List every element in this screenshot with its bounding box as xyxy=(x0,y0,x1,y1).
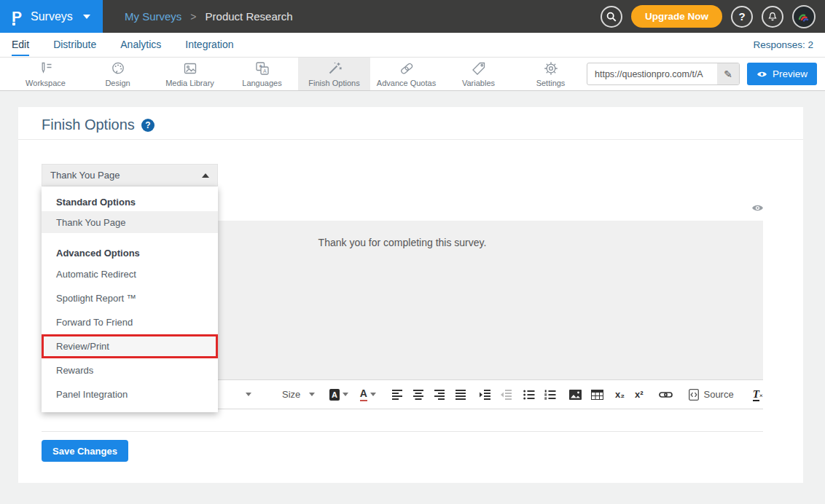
toolbar-item-languages[interactable]: ★ A Languages xyxy=(226,58,298,90)
nav-tabs: Edit Distribute Analytics Integration xyxy=(12,34,233,56)
align-center-icon[interactable] xyxy=(413,390,425,400)
edit-toolbar: Workspace Design Media Library ★ A Langu… xyxy=(0,58,825,91)
upgrade-now-button[interactable]: Upgrade Now xyxy=(631,5,722,28)
toolbar-item-label: Languages xyxy=(242,79,281,87)
dropdown-spacer xyxy=(42,233,218,243)
source-button[interactable]: Source xyxy=(689,389,733,401)
toolbar-item-advance-quotas[interactable]: Advance Quotas xyxy=(370,58,442,90)
insert-image-icon[interactable] xyxy=(569,390,582,400)
product-name: Surveys xyxy=(31,10,73,23)
languages-icon: ★ A xyxy=(254,60,270,76)
align-right-icon[interactable] xyxy=(434,390,446,400)
section-nav: Edit Distribute Analytics Integration Re… xyxy=(0,33,825,58)
finish-options-panel: Finish Options ? Thank You Page Standard… xyxy=(18,107,803,483)
source-label: Source xyxy=(703,389,733,400)
toolbar-right: ✎ Preview xyxy=(587,58,825,90)
pencil-icon: ✎ xyxy=(724,68,732,80)
bell-icon xyxy=(767,11,778,23)
toolbar-item-label: Media Library xyxy=(165,79,214,87)
finish-options-wand-icon xyxy=(327,60,343,76)
visibility-toggle[interactable] xyxy=(751,202,764,216)
size-dropdown-caret-icon[interactable] xyxy=(309,393,315,396)
edit-url-button[interactable]: ✎ xyxy=(717,63,739,84)
media-library-icon xyxy=(182,60,198,76)
help-badge-icon[interactable]: ? xyxy=(141,119,155,132)
source-doc-icon xyxy=(689,389,699,401)
select-value: Thank You Page xyxy=(50,170,202,181)
toolbar-item-label: Finish Options xyxy=(308,79,359,87)
background-color-caret-icon[interactable] xyxy=(343,393,348,396)
tab-analytics[interactable]: Analytics xyxy=(120,34,161,56)
preview-label: Preview xyxy=(773,68,808,79)
toolbar-item-variables[interactable]: Variables xyxy=(442,58,515,90)
indent-icon[interactable] xyxy=(479,390,490,400)
insert-table-icon[interactable] xyxy=(591,390,603,400)
remove-format-button[interactable]: T× xyxy=(753,388,763,401)
dropdown-group-header: Advanced Options xyxy=(42,243,218,262)
dropdown-item-panel-integration[interactable]: Panel Integration xyxy=(42,382,218,406)
dropdown-item-forward-to-friend[interactable]: Forward To Friend xyxy=(42,310,218,334)
search-button[interactable] xyxy=(601,6,622,28)
text-color-button[interactable]: A xyxy=(360,387,367,401)
toolbar-item-media-library[interactable]: Media Library xyxy=(154,58,226,90)
eye-icon xyxy=(751,203,764,213)
bulleted-list-icon[interactable] xyxy=(523,390,535,400)
superscript-button[interactable]: x² xyxy=(635,389,644,400)
background-color-button[interactable]: A xyxy=(329,389,339,401)
dropdown-group-header: Standard Options xyxy=(42,192,218,211)
breadcrumb-current: Product Research xyxy=(206,10,293,23)
toolbar-item-workspace[interactable]: Workspace xyxy=(9,58,82,90)
toolbar-item-settings[interactable]: Settings xyxy=(515,58,587,90)
dropdown-item-review-print[interactable]: Review/Print xyxy=(42,334,218,358)
user-avatar[interactable] xyxy=(792,5,816,28)
languages-a-glyph: A xyxy=(263,68,267,74)
subscript-button[interactable]: x₂ xyxy=(615,389,625,400)
dropdown-item-spotlight-report[interactable]: Spotlight Report ™ xyxy=(42,286,218,310)
gear-icon xyxy=(543,60,559,76)
size-dropdown[interactable]: Size xyxy=(282,389,300,400)
dropdown-item-rewards[interactable]: Rewards xyxy=(42,358,218,382)
preview-button[interactable]: Preview xyxy=(747,63,817,85)
toolbar-item-label: Advance Quotas xyxy=(377,79,436,87)
outdent-icon[interactable] xyxy=(500,390,512,400)
title-divider xyxy=(18,139,803,140)
question-mark-icon: ? xyxy=(738,10,745,23)
surveys-product-menu[interactable]: P Surveys xyxy=(0,0,103,33)
tab-integration[interactable]: Integration xyxy=(185,34,233,56)
survey-url-input[interactable] xyxy=(587,63,717,84)
questionpro-logo-icon: P xyxy=(12,9,22,24)
header-actions: Upgrade Now ? xyxy=(601,5,825,28)
help-button[interactable]: ? xyxy=(731,6,753,28)
tag-icon xyxy=(471,60,487,76)
languages-star-glyph: ★ xyxy=(259,63,263,68)
toolbar-item-label: Design xyxy=(105,79,130,87)
toolbar-item-design[interactable]: Design xyxy=(82,58,154,90)
design-palette-icon xyxy=(110,60,126,76)
dropdown-item-thank-you-page[interactable]: Thank You Page xyxy=(42,211,218,233)
toolbar-item-label: Settings xyxy=(536,79,566,87)
text-color-caret-icon[interactable] xyxy=(370,393,376,396)
link-icon[interactable] xyxy=(659,390,673,399)
numbered-list-icon[interactable] xyxy=(544,390,556,400)
breadcrumb-my-surveys[interactable]: My Surveys xyxy=(125,10,181,23)
section-divider xyxy=(42,431,763,432)
finish-option-dropdown: Standard Options Thank You Page Advanced… xyxy=(42,186,218,412)
eye-icon xyxy=(756,70,767,79)
chevron-up-icon xyxy=(202,173,209,178)
justify-icon[interactable] xyxy=(455,390,467,400)
top-header: P Surveys My Surveys > Product Research … xyxy=(0,0,825,33)
toolbar-item-label: Variables xyxy=(462,79,495,87)
tab-edit[interactable]: Edit xyxy=(12,34,29,56)
dropdown-item-automatic-redirect[interactable]: Automatic Redirect xyxy=(42,262,218,286)
breadcrumb-separator: > xyxy=(190,11,196,23)
page-title: Finish Options xyxy=(42,117,135,133)
tab-distribute[interactable]: Distribute xyxy=(53,34,96,56)
responses-count[interactable]: Responses: 2 xyxy=(753,39,813,50)
save-changes-button[interactable]: Save Changes xyxy=(42,440,128,462)
align-left-icon[interactable] xyxy=(392,390,404,400)
chain-links-icon xyxy=(399,60,415,76)
font-dropdown-caret-icon[interactable] xyxy=(246,393,251,396)
finish-option-select[interactable]: Thank You Page xyxy=(42,164,218,186)
notifications-button[interactable] xyxy=(762,6,783,28)
toolbar-item-finish-options[interactable]: Finish Options xyxy=(298,58,370,90)
